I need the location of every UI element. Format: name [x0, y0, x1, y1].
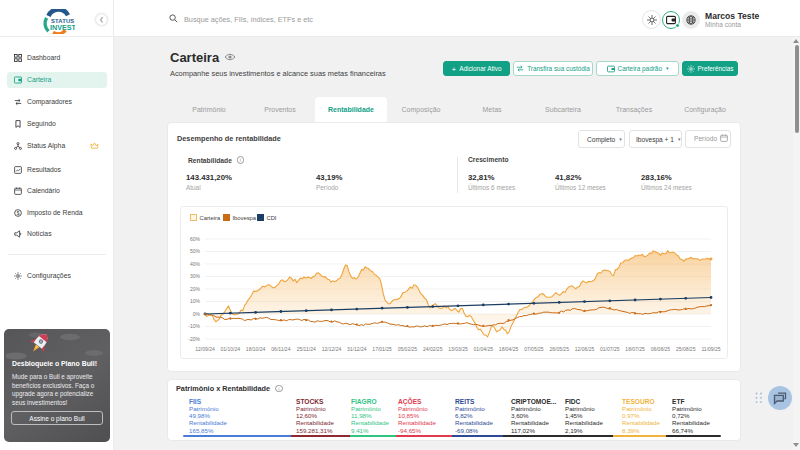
svg-text:06/11/24: 06/11/24: [271, 346, 290, 352]
svg-text:25/11/24: 25/11/24: [297, 346, 316, 352]
svg-text:13/03/25: 13/03/25: [448, 346, 468, 352]
svg-text:01/10/24: 01/10/24: [221, 346, 241, 352]
svg-text:01/07/25: 01/07/25: [600, 346, 620, 352]
svg-text:24/02/25: 24/02/25: [423, 346, 443, 352]
svg-text:07/05/25: 07/05/25: [524, 346, 544, 352]
svg-text:40%: 40%: [190, 261, 201, 267]
svg-text:60%: 60%: [190, 236, 201, 242]
svg-text:18/04/25: 18/04/25: [499, 346, 519, 352]
svg-text:12/09/24: 12/09/24: [195, 346, 215, 352]
svg-text:12/06/25: 12/06/25: [575, 346, 595, 352]
svg-text:0%: 0%: [193, 311, 201, 317]
svg-text:-20%: -20%: [188, 336, 200, 342]
svg-text:INVEST: INVEST: [50, 23, 75, 32]
svg-text:50%: 50%: [190, 248, 201, 254]
svg-text:05/02/25: 05/02/25: [398, 346, 418, 352]
svg-text:06/08/25: 06/08/25: [651, 346, 671, 352]
svg-text:20%: 20%: [190, 286, 201, 292]
svg-text:17/01/25: 17/01/25: [372, 346, 392, 352]
svg-text:$: $: [17, 210, 20, 215]
svg-text:18/10/24: 18/10/24: [246, 346, 266, 352]
svg-text:11/09/25: 11/09/25: [701, 346, 720, 352]
svg-text:25/08/25: 25/08/25: [676, 346, 696, 352]
svg-text:18/07/25: 18/07/25: [625, 346, 645, 352]
svg-text:26/05/25: 26/05/25: [549, 346, 569, 352]
svg-text:31/12/24: 31/12/24: [347, 346, 367, 352]
svg-text:-10%: -10%: [188, 323, 200, 329]
svg-text:30%: 30%: [190, 273, 201, 279]
svg-text:12/12/24: 12/12/24: [322, 346, 342, 352]
svg-text:10%: 10%: [190, 298, 201, 304]
svg-text:01/04/25: 01/04/25: [474, 346, 494, 352]
